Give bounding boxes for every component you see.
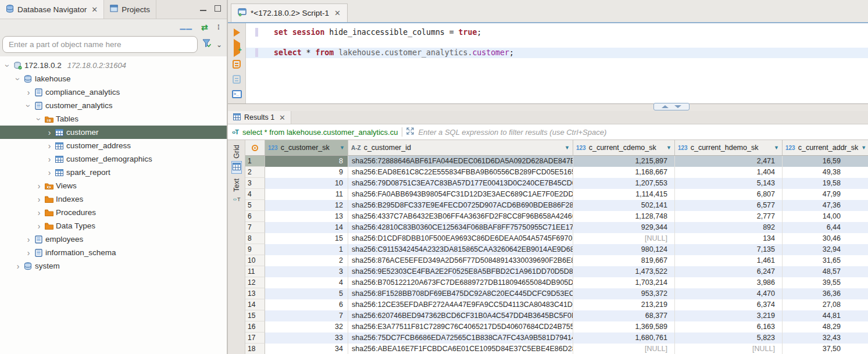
grid-cell-c_current_hdemo_sk[interactable]: 7,135 bbox=[675, 244, 783, 255]
grid-cell-c_current_hdemo_sk[interactable]: 134 bbox=[675, 233, 783, 244]
row-number[interactable]: 11 bbox=[245, 266, 265, 277]
row-number[interactable]: 15 bbox=[245, 310, 265, 321]
grid-cell-c_current_hdemo_sk[interactable]: [NULL] bbox=[675, 344, 783, 354]
row-number[interactable]: 6 bbox=[245, 211, 265, 222]
grid-cell-c_current_hdemo_sk[interactable]: 3,219 bbox=[675, 310, 783, 321]
row-number[interactable]: 17 bbox=[245, 332, 265, 344]
grid-cell-c_current_addr_sk[interactable]: 44,81 bbox=[783, 310, 868, 321]
row-number[interactable]: 18 bbox=[245, 344, 265, 354]
tree-item-customer-analytics[interactable]: ›customer_analytics bbox=[0, 99, 227, 112]
grid-cell-c_current_cdemo_sk[interactable]: 980,124 bbox=[573, 244, 675, 255]
grid-cell-c_current_hdemo_sk[interactable]: 6,374 bbox=[675, 299, 783, 310]
column-menu-arrow-icon[interactable]: ▼ bbox=[774, 145, 779, 151]
collapse-down-icon[interactable] bbox=[674, 105, 681, 108]
grid-cell-c_customer_sk[interactable]: 5 bbox=[265, 288, 348, 299]
tab-results-1[interactable]: Results 1 ✕ bbox=[228, 111, 291, 124]
grid-cell-c_customer_id[interactable]: sha256:D1CDF8DBB10F500EA9693C86DE6DEAA05… bbox=[348, 233, 573, 244]
tab-database-navigator[interactable]: Database Navigator ✕ bbox=[0, 0, 104, 19]
grid-cell-c_current_cdemo_sk[interactable]: 1,168,667 bbox=[573, 167, 675, 178]
tree-item-information-schema[interactable]: ›information_schema bbox=[0, 246, 227, 259]
grid-cell-c_current_addr_sk[interactable]: 39,55 bbox=[783, 277, 868, 288]
tree-item-data-types[interactable]: ›Data Types bbox=[0, 219, 227, 233]
grid-cell-c_current_addr_sk[interactable]: 6,44 bbox=[783, 222, 868, 233]
grid-cell-c_customer_sk[interactable]: 6 bbox=[265, 299, 348, 310]
grid-presentation-icon[interactable] bbox=[231, 161, 242, 174]
grid-cell-c_current_addr_sk[interactable]: 16,59 bbox=[783, 156, 868, 167]
tree-item-procedures[interactable]: ›Procedures bbox=[0, 206, 227, 219]
row-number[interactable]: 2 bbox=[245, 167, 265, 178]
grid-cell-c_current_cdemo_sk[interactable]: 819,667 bbox=[573, 255, 675, 266]
tree-item-indexes[interactable]: ›Indexes bbox=[0, 192, 227, 206]
chevron-expanded-icon[interactable]: › bbox=[35, 115, 43, 123]
grid-cell-c_current_addr_sk[interactable]: 32,94 bbox=[783, 244, 868, 255]
grid-cell-c_customer_sk[interactable]: 12 bbox=[265, 200, 348, 211]
minimize-icon[interactable] bbox=[200, 10, 206, 12]
grid-cell-c_current_addr_sk[interactable]: 36,36 bbox=[783, 288, 868, 299]
grid-cell-c_current_cdemo_sk[interactable]: 1,680,761 bbox=[573, 332, 675, 344]
grid-cell-c_current_addr_sk[interactable]: 47,36 bbox=[783, 200, 868, 211]
link-with-editor-icon[interactable]: ⇄ bbox=[201, 23, 208, 32]
filter-funnel-icon[interactable] bbox=[202, 39, 212, 50]
grid-cell-c_current_cdemo_sk[interactable]: 68,377 bbox=[573, 310, 675, 321]
grid-cell-c_current_addr_sk[interactable]: 32,43 bbox=[783, 332, 868, 344]
grid-cell-c_customer_sk[interactable]: 3 bbox=[265, 266, 348, 277]
tree-item-tables[interactable]: ›Tables bbox=[0, 112, 227, 126]
tree-item-system[interactable]: ›system bbox=[0, 259, 227, 273]
chevron-down-icon[interactable]: ⌄ bbox=[216, 41, 222, 49]
row-number[interactable]: 13 bbox=[245, 288, 265, 299]
column-header-c_current_addr_sk[interactable]: 123c_current_addr_sk▼ bbox=[783, 140, 868, 155]
sql-console-icon[interactable]: >_ bbox=[232, 90, 242, 98]
grid-cell-c_current_cdemo_sk[interactable]: 502,141 bbox=[573, 200, 675, 211]
chevron-collapsed-icon[interactable]: › bbox=[45, 155, 53, 163]
expand-filter-icon[interactable] bbox=[406, 127, 414, 137]
row-number[interactable]: 12 bbox=[245, 277, 265, 288]
row-number[interactable]: 14 bbox=[245, 299, 265, 310]
row-number[interactable]: 4 bbox=[245, 189, 265, 200]
grid-cell-c_current_cdemo_sk[interactable]: 929,344 bbox=[573, 222, 675, 233]
row-number[interactable]: 8 bbox=[245, 233, 265, 244]
row-number[interactable]: 10 bbox=[245, 255, 265, 266]
grid-cell-c_customer_sk[interactable]: 34 bbox=[265, 344, 348, 354]
grid-cell-c_current_cdemo_sk[interactable]: 1,215,897 bbox=[573, 156, 675, 167]
chevron-collapsed-icon[interactable]: › bbox=[14, 262, 22, 270]
tree-item-172-18-0-2[interactable]: ›172.18.0.2172.18.0.2:31604 bbox=[0, 59, 227, 72]
grid-cell-c_current_addr_sk[interactable]: 49,38 bbox=[783, 167, 868, 178]
grid-cell-c_customer_sk[interactable]: 2 bbox=[265, 255, 348, 266]
grid-cell-c_customer_sk[interactable]: 15 bbox=[265, 233, 348, 244]
tree-item-customer-address[interactable]: ›customer_address bbox=[0, 139, 227, 152]
splitter-collapse-control[interactable] bbox=[653, 103, 690, 110]
grid-cell-c_customer_id[interactable]: sha256:42810C83B0360CE125634F068BAF8FF75… bbox=[348, 222, 573, 233]
grid-cell-c_customer_id[interactable]: sha256:876ACE5EFED349A2D56F77D5084891433… bbox=[348, 255, 573, 266]
editor-results-splitter[interactable] bbox=[228, 103, 868, 111]
column-header-c_customer_id[interactable]: A-Zc_customer_id▼ bbox=[348, 140, 573, 155]
chevron-collapsed-icon[interactable]: › bbox=[35, 209, 43, 217]
grid-cell-c_current_hdemo_sk[interactable]: 6,247 bbox=[675, 266, 783, 277]
grid-cell-c_customer_id[interactable]: sha256:4337C7AB6432E3B06FF4A3636FD2F8CC8… bbox=[348, 211, 573, 222]
tree-item-views[interactable]: ›Views bbox=[0, 179, 227, 192]
grid-cell-c_customer_id[interactable]: sha256:75DC7FCB6686EDA72565C1B838CA7FC43… bbox=[348, 332, 573, 344]
grid-cell-c_customer_id[interactable]: sha256:E3A77511F81C7289C76C4065217D5D406… bbox=[348, 321, 573, 332]
grid-cell-c_current_cdemo_sk[interactable]: 1,703,214 bbox=[573, 277, 675, 288]
grid-cell-c_current_addr_sk[interactable]: 27,08 bbox=[783, 299, 868, 310]
text-presentation-icon[interactable]: ‹›T bbox=[232, 194, 241, 206]
grid-cell-c_customer_id[interactable]: sha256:FA0ABB6943B98054FC31D12D3E3AEC689… bbox=[348, 189, 573, 200]
grid-cell-c_current_cdemo_sk[interactable]: 1,128,748 bbox=[573, 211, 675, 222]
grid-cell-c_current_hdemo_sk[interactable]: 6,577 bbox=[675, 200, 783, 211]
grid-cell-c_customer_id[interactable]: sha256:ABEA16E7F1FCBDCA6E01CE1095D84E37C… bbox=[348, 344, 573, 354]
grid-cell-c_customer_id[interactable]: sha256:C9115342454A2323DA815865CAA326064… bbox=[348, 244, 573, 255]
grid-cell-c_customer_sk[interactable]: 4 bbox=[265, 277, 348, 288]
results-filter-bar[interactable]: ‹›T select * from lakehouse.customer_ana… bbox=[228, 124, 868, 140]
grid-cell-c_current_cdemo_sk[interactable]: 213,219 bbox=[573, 299, 675, 310]
grid-cell-c_current_cdemo_sk[interactable]: [NULL] bbox=[573, 344, 675, 354]
grid-cell-c_current_addr_sk[interactable]: 48,57 bbox=[783, 266, 868, 277]
chevron-collapsed-icon[interactable]: › bbox=[24, 235, 33, 244]
column-header-c_current_cdemo_sk[interactable]: 123c_current_cdemo_sk▼ bbox=[573, 140, 675, 155]
execute-statement-icon[interactable] bbox=[234, 28, 240, 37]
grid-cell-c_current_hdemo_sk[interactable]: 5,143 bbox=[675, 178, 783, 189]
grid-cell-c_current_hdemo_sk[interactable]: 5,823 bbox=[675, 332, 783, 344]
grid-cell-c_customer_sk[interactable]: 33 bbox=[265, 332, 348, 344]
search-input[interactable] bbox=[2, 36, 198, 53]
row-header-corner[interactable] bbox=[245, 140, 265, 155]
menu-dots-icon[interactable]: ⁞ bbox=[217, 23, 220, 31]
grid-cell-c_current_cdemo_sk[interactable]: 953,372 bbox=[573, 288, 675, 299]
